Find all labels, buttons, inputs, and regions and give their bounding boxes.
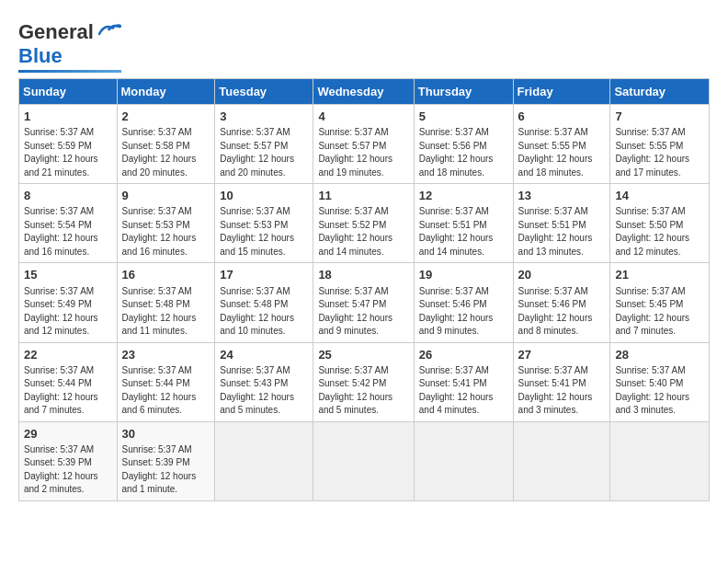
calendar-day-cell: 13Sunrise: 5:37 AMSunset: 5:51 PMDayligh…: [513, 184, 610, 263]
day-number: 3: [220, 109, 308, 125]
day-number: 9: [122, 188, 210, 204]
day-details: Sunrise: 5:37 AMSunset: 5:51 PMDaylight:…: [518, 205, 606, 259]
calendar-header-row: SundayMondayTuesdayWednesdayThursdayFrid…: [19, 79, 710, 105]
day-number: 18: [318, 267, 408, 283]
day-details: Sunrise: 5:37 AMSunset: 5:47 PMDaylight:…: [318, 285, 408, 339]
calendar-day-cell: 28Sunrise: 5:37 AMSunset: 5:40 PMDayligh…: [610, 342, 710, 421]
day-details: Sunrise: 5:37 AMSunset: 5:55 PMDaylight:…: [615, 126, 704, 179]
day-details: Sunrise: 5:37 AMSunset: 5:44 PMDaylight:…: [24, 364, 112, 418]
day-header-tuesday: Tuesday: [215, 79, 313, 105]
day-number: 11: [318, 188, 408, 204]
day-number: 30: [122, 426, 210, 442]
calendar-day-cell: 6Sunrise: 5:37 AMSunset: 5:55 PMDaylight…: [513, 105, 610, 184]
calendar-day-cell: 8Sunrise: 5:37 AMSunset: 5:54 PMDaylight…: [19, 184, 118, 263]
day-number: 1: [24, 109, 112, 125]
calendar-day-cell: 20Sunrise: 5:37 AMSunset: 5:46 PMDayligh…: [513, 263, 610, 342]
day-number: 21: [615, 267, 704, 283]
calendar-day-cell: 23Sunrise: 5:37 AMSunset: 5:44 PMDayligh…: [117, 342, 215, 421]
day-number: 7: [615, 109, 704, 125]
day-details: Sunrise: 5:37 AMSunset: 5:39 PMDaylight:…: [122, 443, 210, 497]
calendar-week-row-3: 22Sunrise: 5:37 AMSunset: 5:44 PMDayligh…: [19, 342, 710, 421]
day-number: 23: [122, 347, 210, 363]
calendar-day-cell: [215, 421, 313, 500]
day-details: Sunrise: 5:37 AMSunset: 5:57 PMDaylight:…: [318, 126, 408, 179]
day-number: 27: [518, 347, 606, 363]
day-details: Sunrise: 5:37 AMSunset: 5:58 PMDaylight:…: [122, 126, 210, 179]
day-details: Sunrise: 5:37 AMSunset: 5:48 PMDaylight:…: [122, 285, 210, 339]
calendar-day-cell: 4Sunrise: 5:37 AMSunset: 5:57 PMDaylight…: [313, 105, 414, 184]
calendar-day-cell: 21Sunrise: 5:37 AMSunset: 5:45 PMDayligh…: [610, 263, 710, 342]
day-number: 6: [518, 109, 606, 125]
calendar-day-cell: 2Sunrise: 5:37 AMSunset: 5:58 PMDaylight…: [117, 105, 215, 184]
calendar-day-cell: 19Sunrise: 5:37 AMSunset: 5:46 PMDayligh…: [414, 263, 513, 342]
day-details: Sunrise: 5:37 AMSunset: 5:44 PMDaylight:…: [122, 364, 210, 418]
calendar-day-cell: 12Sunrise: 5:37 AMSunset: 5:51 PMDayligh…: [414, 184, 513, 263]
calendar-day-cell: 1Sunrise: 5:37 AMSunset: 5:59 PMDaylight…: [19, 105, 118, 184]
day-details: Sunrise: 5:37 AMSunset: 5:41 PMDaylight:…: [518, 364, 606, 418]
calendar-day-cell: [610, 421, 710, 500]
calendar-day-cell: 15Sunrise: 5:37 AMSunset: 5:49 PMDayligh…: [19, 263, 118, 342]
calendar-day-cell: [313, 421, 414, 500]
day-details: Sunrise: 5:37 AMSunset: 5:53 PMDaylight:…: [220, 205, 308, 259]
day-header-saturday: Saturday: [610, 79, 710, 105]
day-details: Sunrise: 5:37 AMSunset: 5:46 PMDaylight:…: [518, 285, 606, 339]
day-details: Sunrise: 5:37 AMSunset: 5:40 PMDaylight:…: [615, 364, 704, 418]
day-number: 29: [24, 426, 112, 442]
day-number: 2: [122, 109, 210, 125]
day-details: Sunrise: 5:37 AMSunset: 5:41 PMDaylight:…: [419, 364, 508, 418]
day-details: Sunrise: 5:37 AMSunset: 5:39 PMDaylight:…: [24, 443, 112, 497]
day-number: 4: [318, 109, 408, 125]
calendar-week-row-1: 8Sunrise: 5:37 AMSunset: 5:54 PMDaylight…: [19, 184, 710, 263]
calendar-day-cell: 22Sunrise: 5:37 AMSunset: 5:44 PMDayligh…: [19, 342, 118, 421]
calendar-day-cell: 18Sunrise: 5:37 AMSunset: 5:47 PMDayligh…: [313, 263, 414, 342]
calendar-day-cell: 14Sunrise: 5:37 AMSunset: 5:50 PMDayligh…: [610, 184, 710, 263]
day-details: Sunrise: 5:37 AMSunset: 5:53 PMDaylight:…: [122, 205, 210, 259]
calendar-day-cell: [414, 421, 513, 500]
day-details: Sunrise: 5:37 AMSunset: 5:57 PMDaylight:…: [220, 126, 308, 179]
day-details: Sunrise: 5:37 AMSunset: 5:54 PMDaylight:…: [24, 205, 112, 259]
day-details: Sunrise: 5:37 AMSunset: 5:56 PMDaylight:…: [419, 126, 508, 179]
day-number: 16: [122, 267, 210, 283]
day-details: Sunrise: 5:37 AMSunset: 5:48 PMDaylight:…: [220, 285, 308, 339]
day-number: 24: [220, 347, 308, 363]
day-number: 28: [615, 347, 704, 363]
calendar-day-cell: 10Sunrise: 5:37 AMSunset: 5:53 PMDayligh…: [215, 184, 313, 263]
day-details: Sunrise: 5:37 AMSunset: 5:43 PMDaylight:…: [220, 364, 308, 418]
logo-blue: Blue: [18, 44, 63, 68]
calendar-day-cell: 9Sunrise: 5:37 AMSunset: 5:53 PMDaylight…: [117, 184, 215, 263]
calendar-day-cell: [513, 421, 610, 500]
day-number: 12: [419, 188, 508, 204]
calendar-day-cell: 26Sunrise: 5:37 AMSunset: 5:41 PMDayligh…: [414, 342, 513, 421]
day-header-sunday: Sunday: [19, 79, 118, 105]
calendar-day-cell: 24Sunrise: 5:37 AMSunset: 5:43 PMDayligh…: [215, 342, 313, 421]
day-header-friday: Friday: [513, 79, 610, 105]
calendar-day-cell: 16Sunrise: 5:37 AMSunset: 5:48 PMDayligh…: [117, 263, 215, 342]
calendar-day-cell: 29Sunrise: 5:37 AMSunset: 5:39 PMDayligh…: [19, 421, 118, 500]
calendar-day-cell: 7Sunrise: 5:37 AMSunset: 5:55 PMDaylight…: [610, 105, 710, 184]
calendar-week-row-2: 15Sunrise: 5:37 AMSunset: 5:49 PMDayligh…: [19, 263, 710, 342]
header: General Blue: [18, 15, 710, 73]
calendar-day-cell: 27Sunrise: 5:37 AMSunset: 5:41 PMDayligh…: [513, 342, 610, 421]
day-details: Sunrise: 5:37 AMSunset: 5:45 PMDaylight:…: [615, 285, 704, 339]
day-number: 10: [220, 188, 308, 204]
calendar-day-cell: 5Sunrise: 5:37 AMSunset: 5:56 PMDaylight…: [414, 105, 513, 184]
calendar-day-cell: 30Sunrise: 5:37 AMSunset: 5:39 PMDayligh…: [117, 421, 215, 500]
day-number: 22: [24, 347, 112, 363]
day-number: 15: [24, 267, 112, 283]
calendar-week-row-0: 1Sunrise: 5:37 AMSunset: 5:59 PMDaylight…: [19, 105, 710, 184]
logo: General Blue: [18, 20, 121, 73]
calendar-day-cell: 11Sunrise: 5:37 AMSunset: 5:52 PMDayligh…: [313, 184, 414, 263]
day-number: 14: [615, 188, 704, 204]
day-number: 17: [220, 267, 308, 283]
day-header-thursday: Thursday: [414, 79, 513, 105]
day-number: 25: [318, 347, 408, 363]
day-details: Sunrise: 5:37 AMSunset: 5:42 PMDaylight:…: [318, 364, 408, 418]
day-number: 26: [419, 347, 508, 363]
day-details: Sunrise: 5:37 AMSunset: 5:46 PMDaylight:…: [419, 285, 508, 339]
logo-general: General: [18, 20, 94, 44]
day-details: Sunrise: 5:37 AMSunset: 5:55 PMDaylight:…: [518, 126, 606, 179]
day-header-wednesday: Wednesday: [313, 79, 414, 105]
calendar-week-row-4: 29Sunrise: 5:37 AMSunset: 5:39 PMDayligh…: [19, 421, 710, 500]
logo-bird-icon: [96, 21, 121, 41]
day-details: Sunrise: 5:37 AMSunset: 5:59 PMDaylight:…: [24, 126, 112, 179]
